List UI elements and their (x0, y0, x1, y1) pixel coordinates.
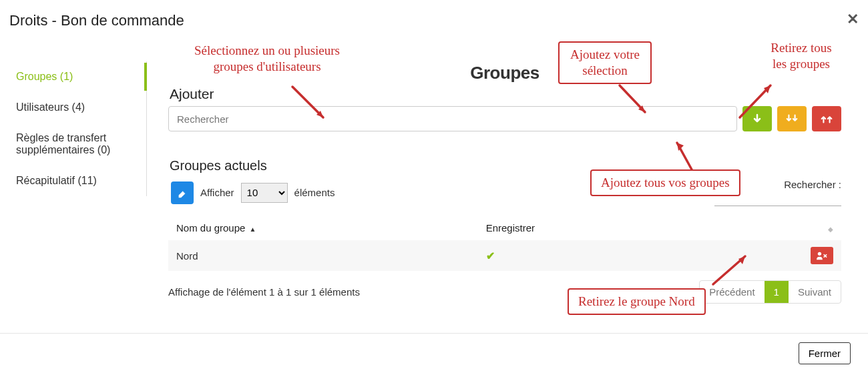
add-section-label: Ajouter (170, 86, 841, 102)
table-footer: Affichage de l'élément 1 à 1 sur 1 éléme… (168, 280, 841, 304)
check-icon: ✔ (486, 250, 495, 262)
table-row: Nord ✔ (168, 240, 841, 271)
modal-header: Droits - Bon de commande ✕ (0, 0, 868, 41)
group-search-input[interactable] (168, 106, 737, 131)
cell-group-name: Nord (168, 240, 478, 271)
groups-table: Nom du groupe▲ Enregistrer ◆ Nord ✔ (168, 216, 841, 271)
tab-regles-transfert[interactable]: Règles de transfert supplémentaires (0) (16, 123, 146, 165)
pager: Précédent 1 Suivant (699, 280, 841, 304)
col-save[interactable]: Enregistrer (478, 216, 747, 240)
tab-utilisateurs[interactable]: Utilisateurs (4) (16, 92, 146, 123)
cell-actions (747, 240, 841, 271)
table-search-input[interactable] (714, 190, 841, 206)
close-icon[interactable]: ✕ (847, 12, 859, 27)
modal: Droits - Bon de commande ✕ Groupes (1) U… (0, 0, 868, 373)
pager-next[interactable]: Suivant (789, 281, 841, 303)
table-search: Rechercher : (714, 179, 841, 206)
double-arrow-down-icon (785, 113, 799, 124)
modal-title: Droits - Bon de commande (9, 12, 856, 29)
pager-page-1[interactable]: 1 (765, 281, 789, 303)
user-remove-icon (817, 251, 827, 260)
length-prefix: Afficher (200, 187, 234, 198)
sidebar: Groupes (1) Utilisateurs (4) Règles de t… (0, 41, 154, 304)
close-button[interactable]: Fermer (799, 342, 851, 364)
table-controls: Afficher 10 éléments Rechercher : (168, 179, 841, 206)
pager-prev[interactable]: Précédent (700, 281, 764, 303)
add-selection-button[interactable] (742, 106, 772, 131)
length-suffix: éléments (294, 187, 335, 198)
modal-footer: Fermer (0, 333, 868, 373)
col-actions: ◆ (747, 216, 841, 240)
svg-point-0 (818, 252, 821, 256)
table-info: Affichage de l'élément 1 à 1 sur 1 éléme… (168, 286, 360, 298)
add-row (168, 106, 841, 131)
arrow-down-icon (750, 113, 765, 124)
main-panel: Groupes Ajouter (154, 41, 868, 304)
remove-all-button[interactable] (812, 106, 841, 131)
modal-body: Groupes (1) Utilisateurs (4) Règles de t… (0, 41, 868, 304)
current-groups-label: Groupes actuels (170, 158, 841, 173)
tab-groupes[interactable]: Groupes (1) (16, 61, 146, 92)
cell-saved: ✔ (478, 240, 747, 271)
page-length-select[interactable]: 10 (241, 183, 288, 203)
tab-recapitulatif[interactable]: Récapitulatif (11) (16, 165, 146, 196)
sort-asc-icon: ▲ (249, 226, 256, 233)
eraser-icon (176, 187, 188, 199)
table-search-label: Rechercher : (784, 179, 841, 190)
sort-none-icon: ◆ (828, 226, 833, 233)
page-title: Groupes (168, 63, 841, 83)
col-group-name[interactable]: Nom du groupe▲ (168, 216, 478, 240)
double-arrow-up-icon (819, 113, 834, 124)
clear-filters-button[interactable] (171, 181, 194, 204)
remove-group-button[interactable] (811, 247, 833, 264)
add-all-button[interactable] (777, 106, 807, 131)
